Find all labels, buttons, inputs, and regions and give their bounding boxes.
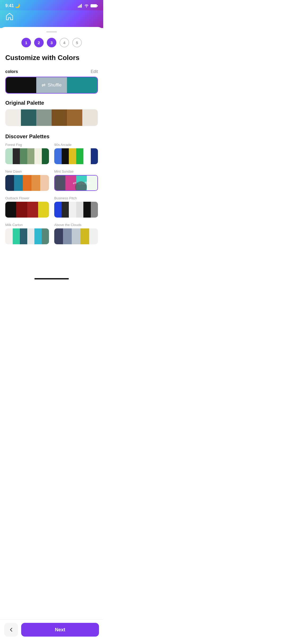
active-palette[interactable]: ⇌ Shuffle	[5, 77, 98, 94]
palette-outback-flower[interactable]: Outback Flower	[5, 196, 49, 218]
palette-business-pitch-swatches[interactable]	[54, 202, 98, 218]
edit-button[interactable]: Edit	[91, 69, 98, 74]
palette-new-dawn-name: New Dawn	[5, 169, 49, 173]
step-3[interactable]: 3	[47, 38, 56, 47]
shuffle-label: Shuffle	[48, 82, 62, 88]
svg-rect-2	[80, 5, 81, 8]
ac-s3	[72, 228, 80, 244]
nd-s5	[40, 175, 49, 191]
arc-s4	[76, 148, 84, 164]
palette-90s-arcade-name: 90s Arcade	[54, 143, 98, 147]
palette-mint-sundae[interactable]: Mint Sundae ⇌ Shuffle	[54, 169, 98, 191]
arc-s6	[91, 148, 98, 164]
step-2[interactable]: 2	[34, 38, 44, 47]
mc-s3	[20, 228, 27, 244]
ms-s1	[55, 176, 65, 190]
nd-s3	[23, 175, 31, 191]
original-palette-title: Original Palette	[5, 100, 98, 106]
palette-above-clouds[interactable]: Above the Clouds	[54, 223, 98, 244]
palette-new-dawn-swatches[interactable]	[5, 175, 49, 191]
mc-s5	[34, 228, 42, 244]
bp-s2	[62, 202, 69, 218]
header-area	[0, 10, 103, 28]
mc-s2	[13, 228, 20, 244]
home-icon[interactable]	[5, 12, 14, 23]
bp-s4	[76, 202, 84, 218]
palette-milk-carton-name: Milk Carton	[5, 223, 49, 227]
status-icons	[78, 4, 98, 8]
palette-above-clouds-swatches[interactable]	[54, 228, 98, 244]
step-4[interactable]: 4	[60, 38, 69, 47]
mc-s4	[27, 228, 35, 244]
palette-forest-fog[interactable]: Forest Fog	[5, 143, 49, 164]
colors-label: colors	[5, 69, 18, 74]
shuffle-icon: ⇌	[42, 82, 46, 88]
cursor-dot	[75, 181, 87, 191]
step-5[interactable]: 5	[72, 38, 82, 47]
ff-s2	[13, 148, 20, 164]
ob-s3	[27, 202, 38, 218]
ff-s4	[27, 148, 35, 164]
orig-swatch-2	[21, 109, 36, 126]
svg-rect-0	[78, 6, 79, 8]
content-card: 1 2 3 4 5 Customize with Colors colors E…	[0, 27, 103, 276]
nd-s2	[14, 175, 23, 191]
shuffle-button[interactable]: ⇌ Shuffle	[36, 77, 67, 93]
nd-s4	[31, 175, 40, 191]
mc-s6	[42, 228, 49, 244]
ff-s5	[34, 148, 42, 164]
svg-rect-1	[79, 6, 80, 8]
orig-swatch-6	[82, 109, 98, 126]
step-1[interactable]: 1	[21, 38, 31, 47]
palette-business-pitch[interactable]: Business Pitch	[54, 196, 98, 218]
palette-forest-fog-name: Forest Fog	[5, 143, 49, 147]
ac-s4	[80, 228, 89, 244]
ac-s5	[89, 228, 98, 244]
palette-milk-carton[interactable]: Milk Carton	[5, 223, 49, 244]
ff-s1	[5, 148, 13, 164]
bp-s1	[54, 202, 62, 218]
status-time: 9:41 🌙	[5, 3, 20, 8]
palette-mint-sundae-name: Mint Sundae	[54, 169, 98, 173]
orig-swatch-5	[67, 109, 82, 126]
battery-icon	[91, 4, 98, 8]
home-indicator	[34, 278, 69, 279]
palette-mint-sundae-swatches[interactable]: ⇌ Shuffle	[54, 175, 98, 191]
bp-s6	[91, 202, 98, 218]
arc-s5	[83, 148, 91, 164]
palette-90s-arcade-swatches[interactable]	[54, 148, 98, 164]
palette-90s-arcade[interactable]: 90s Arcade	[54, 143, 98, 164]
wifi-icon	[84, 4, 89, 8]
arc-s2	[62, 148, 69, 164]
arc-s3	[69, 148, 76, 164]
status-bar: 9:41 🌙	[0, 0, 103, 10]
palette-outback-flower-swatches[interactable]	[5, 202, 49, 218]
nd-s1	[5, 175, 14, 191]
active-swatch-3	[67, 77, 97, 93]
signal-icon	[78, 4, 83, 8]
step-indicators: 1 2 3 4 5	[5, 38, 98, 47]
ff-s6	[42, 148, 49, 164]
ac-s2	[63, 228, 72, 244]
discover-palettes-title: Discover Palettes	[5, 134, 98, 140]
bp-s3	[69, 202, 76, 218]
orig-swatch-3	[36, 109, 52, 126]
ob-s1	[5, 202, 16, 218]
svg-rect-5	[97, 5, 98, 7]
orig-swatch-1	[6, 109, 21, 126]
colors-section-header: colors Edit	[5, 69, 98, 74]
palette-milk-carton-swatches[interactable]	[5, 228, 49, 244]
active-swatch-1	[6, 77, 36, 93]
ff-s3	[20, 148, 27, 164]
palette-new-dawn[interactable]: New Dawn	[5, 169, 49, 191]
palette-above-clouds-name: Above the Clouds	[54, 223, 98, 227]
palette-forest-fog-swatches[interactable]	[5, 148, 49, 164]
mc-s1	[5, 228, 13, 244]
ac-s1	[54, 228, 63, 244]
original-palette[interactable]	[5, 109, 98, 126]
discover-grid: Forest Fog 90s Arcade	[5, 143, 98, 244]
svg-rect-4	[91, 4, 97, 7]
bp-s5	[83, 202, 91, 218]
ob-s2	[16, 202, 27, 218]
orig-swatch-4	[52, 109, 67, 126]
